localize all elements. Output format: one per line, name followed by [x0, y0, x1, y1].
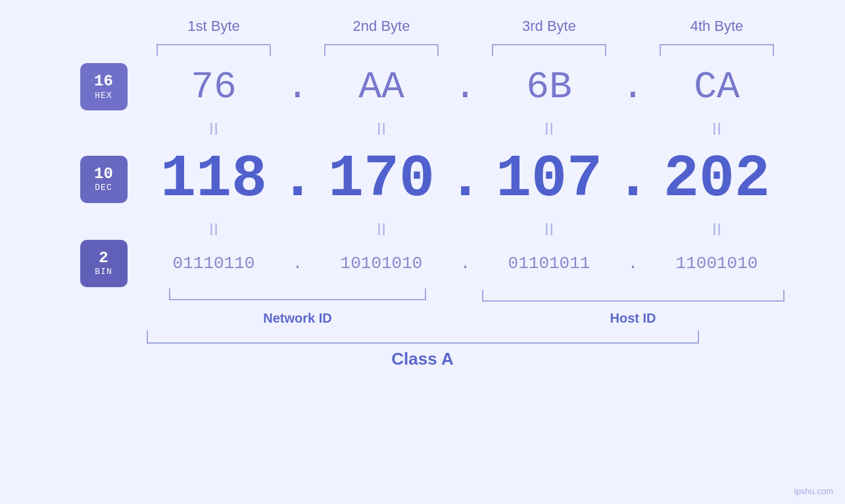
byte1-header: 1st Byte [147, 18, 281, 35]
hex-badge: 16 HEX [80, 63, 128, 110]
dec-byte2: 170 [314, 140, 449, 219]
hex-byte1: 76 [147, 60, 281, 113]
equals-dec-2: II [314, 216, 449, 242]
bin-dot1: . [281, 244, 314, 283]
byte3-header: 3rd Byte [482, 18, 617, 35]
bin-byte4: 11001010 [650, 244, 785, 283]
network-id-label: Network ID [147, 307, 449, 326]
watermark: ipshu.com [794, 486, 833, 496]
equals-dec-1: II [147, 216, 281, 242]
hex-byte2: AA [314, 60, 449, 113]
equals-hex-2: II [314, 116, 449, 142]
bracket-top-2 [324, 44, 439, 56]
bin-byte3: 01101011 [482, 244, 617, 283]
bin-byte2: 10101010 [314, 244, 449, 283]
bracket-bottom-net [169, 288, 426, 300]
class-bracket [147, 331, 699, 344]
hex-byte3: 6B [482, 60, 617, 113]
bracket-top-4 [660, 44, 774, 56]
dec-dot1: . [281, 140, 314, 219]
equals-hex-3: II [482, 116, 617, 142]
bracket-top-1 [157, 44, 271, 56]
hex-dot1: . [281, 60, 314, 113]
hex-byte4: CA [650, 60, 785, 113]
bin-dot3: . [617, 244, 650, 283]
bracket-bottom-host [482, 290, 785, 302]
equals-dec-4: II [650, 216, 785, 242]
dec-byte3: 107 [482, 140, 617, 219]
hex-dot3: . [617, 60, 650, 113]
bin-dot2: . [449, 244, 482, 283]
dec-dot3: . [617, 140, 650, 219]
byte2-header: 2nd Byte [314, 18, 449, 35]
dec-dot2: . [449, 140, 482, 219]
dec-badge: 10 DEC [80, 156, 128, 203]
bin-byte1: 01110110 [147, 244, 281, 283]
host-id-label: Host ID [610, 307, 656, 326]
dec-byte4: 202 [650, 140, 785, 219]
equals-dec-3: II [482, 216, 617, 242]
equals-hex-4: II [650, 116, 785, 142]
bracket-top-3 [492, 44, 606, 56]
byte4-header: 4th Byte [650, 18, 785, 35]
equals-hex-1: II [147, 116, 281, 142]
hex-dot2: . [449, 60, 482, 113]
class-label: Class A [61, 344, 785, 369]
bin-badge: 2 BIN [80, 240, 128, 287]
dec-byte1: 118 [147, 140, 281, 219]
